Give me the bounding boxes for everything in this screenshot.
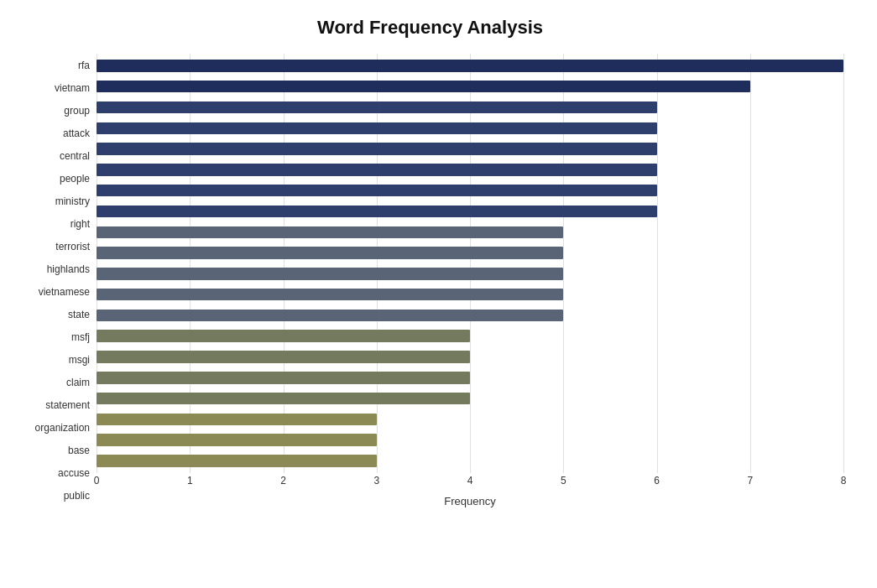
bar-row xyxy=(97,284,843,305)
bar xyxy=(97,60,843,72)
bar-row xyxy=(97,367,843,388)
y-label: msfj xyxy=(71,332,90,342)
bar-row xyxy=(97,55,843,76)
bar-row xyxy=(97,221,843,242)
grid-line xyxy=(843,54,844,473)
bar-row xyxy=(97,180,843,201)
bar xyxy=(97,393,470,405)
y-label: statement xyxy=(45,400,90,410)
bar xyxy=(97,330,470,342)
chart-title: Word Frequency Analysis xyxy=(17,17,843,39)
bar-row xyxy=(97,138,843,159)
bar xyxy=(97,101,657,114)
bottom-area: 012345678 Frequency xyxy=(97,473,843,507)
y-label: attack xyxy=(63,128,90,138)
bar xyxy=(97,351,470,363)
y-label: vietnamese xyxy=(39,287,90,297)
y-label: vietnam xyxy=(55,83,90,93)
x-tick: 2 xyxy=(280,475,286,487)
bar-row xyxy=(97,429,843,450)
bar-row xyxy=(97,450,843,471)
bar xyxy=(97,247,563,259)
y-label: terrorist xyxy=(55,242,90,252)
y-label: ministry xyxy=(55,196,90,206)
bar xyxy=(97,434,377,446)
bar xyxy=(97,414,377,426)
y-label: claim xyxy=(66,377,90,388)
bar-row xyxy=(97,97,843,118)
x-tick: 0 xyxy=(94,475,100,487)
y-label: group xyxy=(64,106,90,116)
bar-row xyxy=(97,242,843,263)
x-tick: 1 xyxy=(187,475,193,487)
y-label: organization xyxy=(35,423,90,433)
bar xyxy=(97,164,657,176)
y-label: people xyxy=(60,174,90,184)
y-label: accuse xyxy=(58,468,90,478)
bar-row xyxy=(97,159,843,180)
grid-and-bars xyxy=(97,54,843,473)
bar xyxy=(97,226,563,239)
bars-wrapper xyxy=(97,54,843,473)
bar-row xyxy=(97,388,843,409)
y-label: state xyxy=(68,310,90,320)
bar-row xyxy=(97,263,843,284)
bar xyxy=(97,81,750,93)
bar-row xyxy=(97,346,843,367)
bars-and-grid: 012345678 Frequency xyxy=(97,54,843,507)
chart-container: Word Frequency Analysis rfavietnamgroupa… xyxy=(0,0,877,588)
x-axis-label: Frequency xyxy=(97,495,843,507)
bar xyxy=(97,268,563,280)
bar xyxy=(97,372,470,384)
x-tick: 5 xyxy=(561,475,566,487)
bar-row xyxy=(97,325,843,346)
bar xyxy=(97,310,563,322)
y-labels: rfavietnamgroupattackcentralpeopleminist… xyxy=(17,54,97,507)
bar xyxy=(97,289,563,301)
bar xyxy=(97,143,657,155)
y-label: right xyxy=(70,219,90,229)
y-label: highlands xyxy=(47,264,90,274)
bar-row xyxy=(97,305,843,326)
bar xyxy=(97,185,657,197)
y-label: msgi xyxy=(69,355,90,365)
x-tick: 7 xyxy=(747,475,753,487)
bar xyxy=(97,122,657,135)
bar-row xyxy=(97,117,843,138)
bar-row xyxy=(97,76,843,97)
y-label: rfa xyxy=(78,60,90,70)
x-tick: 4 xyxy=(467,475,473,487)
x-tick: 8 xyxy=(841,475,847,487)
bar xyxy=(97,455,377,467)
y-label: public xyxy=(64,491,90,501)
y-label: base xyxy=(68,445,90,455)
bar xyxy=(97,206,657,218)
y-label: central xyxy=(60,151,90,161)
chart-area: rfavietnamgroupattackcentralpeopleminist… xyxy=(17,54,843,507)
bar-row xyxy=(97,409,843,430)
x-tick: 6 xyxy=(654,475,660,487)
x-tick: 3 xyxy=(373,475,379,487)
bar-row xyxy=(97,201,843,222)
x-axis: 012345678 xyxy=(97,475,843,492)
